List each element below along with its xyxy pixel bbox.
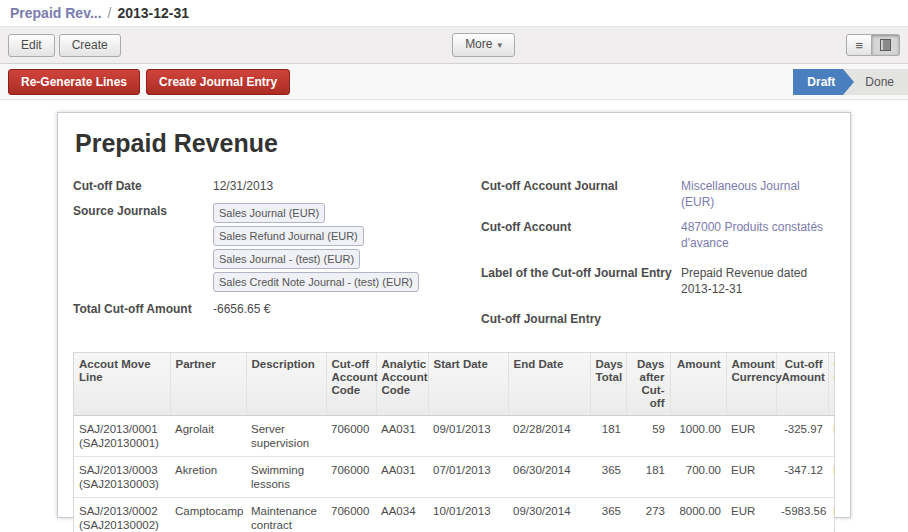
journal-tag: Sales Journal (EUR): [213, 203, 325, 223]
breadcrumb-parent-link[interactable]: Prepaid Rev...: [10, 5, 102, 21]
table-row[interactable]: SAJ/2013/0003 (SAJ20130003)AkretionSwimm…: [74, 457, 835, 498]
breadcrumb-separator: /: [108, 5, 112, 21]
table-row[interactable]: SAJ/2013/0002 (SAJ20130002)CamptocampMai…: [74, 498, 835, 532]
source-journals-label: Source Journals: [73, 203, 213, 292]
table-cell: -5983.56: [776, 498, 828, 532]
table-cell: 706000: [326, 457, 376, 498]
table-cell: 09/30/2014: [508, 498, 590, 532]
create-journal-entry-button[interactable]: Create Journal Entry: [146, 69, 290, 95]
table-cell: Camptocamp: [170, 498, 246, 532]
caret-down-icon: ▾: [497, 40, 502, 50]
table-cell: 700.00: [670, 457, 726, 498]
field-groups: Cut-off Date 12/31/2013 Source Journals …: [73, 178, 835, 336]
table-cell: EUR: [726, 457, 776, 498]
view-switcher: ≡: [846, 34, 900, 56]
table-cell: -325.97: [776, 416, 828, 457]
journal-entry-label-value: Prepaid Revenue dated 2013-12-31: [681, 265, 835, 297]
table-header-row: Accout Move LinePartnerDescriptionCut-of…: [74, 353, 835, 416]
column-header: Start Date: [428, 353, 508, 416]
regenerate-lines-button[interactable]: Re-Generate Lines: [8, 69, 140, 95]
column-header: Days Total: [590, 353, 626, 416]
page-title: Prepaid Revenue: [75, 129, 833, 158]
cutoff-account-label: Cut-off Account: [481, 219, 681, 251]
cutoff-account-journal-link[interactable]: Miscellaneous Journal (EUR): [681, 178, 835, 210]
table-cell: EUR: [726, 416, 776, 457]
table-cell: 181: [590, 416, 626, 457]
table-cell: 1000.00: [670, 416, 726, 457]
table-cell: SAJ/2013/0001 (SAJ20130001): [74, 416, 170, 457]
field-journal-entry-label: Label of the Cut-off Journal Entry Prepa…: [481, 265, 835, 297]
table-cell: -347.12: [776, 457, 828, 498]
table-cell: 07/01/2013: [428, 457, 508, 498]
form-view-button[interactable]: [872, 34, 900, 56]
more-button-label: More: [465, 37, 492, 51]
table-cell: Server supervision: [246, 416, 326, 457]
total-cutoff-amount-label: Total Cut-off Amount: [73, 301, 213, 317]
journal-tag: Sales Refund Journal (EUR): [213, 226, 364, 246]
page: Prepaid Rev... / 2013-12-31 Edit Create …: [0, 0, 908, 518]
create-button[interactable]: Create: [59, 34, 121, 57]
table-body: SAJ/2013/0001 (SAJ20130001)AgrolaitServe…: [74, 416, 835, 532]
table-cell: Maintenance contract: [246, 498, 326, 532]
table-cell: 706000: [326, 416, 376, 457]
table-cell: Agrolait: [170, 416, 246, 457]
column-header: Partner: [170, 353, 246, 416]
column-header: Cut-off Amount: [776, 353, 828, 416]
table-cell: AA031: [376, 457, 428, 498]
table-cell: SAJ/2013/0003 (SAJ20130003): [74, 457, 170, 498]
cutoff-account-link[interactable]: 487000 Produits constatés d'avance: [681, 219, 835, 251]
table-row[interactable]: SAJ/2013/0001 (SAJ20130001)AgrolaitServe…: [74, 416, 835, 457]
list-icon: ≡: [855, 40, 863, 51]
list-view-button[interactable]: ≡: [846, 34, 872, 56]
table-cell: 181: [626, 457, 670, 498]
table-cell: 06/30/2014: [508, 457, 590, 498]
total-cutoff-amount-value: -6656.65 €: [213, 301, 270, 317]
table-cell: AA034: [376, 498, 428, 532]
form-icon: [880, 39, 891, 51]
column-header: Amount: [670, 353, 726, 416]
form-sheet: Prepaid Revenue Cut-off Date 12/31/2013 …: [57, 112, 851, 518]
table-cell: 365: [590, 498, 626, 532]
column-header: End Date: [508, 353, 590, 416]
journal-tag: Sales Credit Note Journal - (test) (EUR): [213, 272, 419, 292]
cutoff-date-label: Cut-off Date: [73, 178, 213, 194]
table-cell: EUR: [828, 416, 835, 457]
field-cutoff-date: Cut-off Date 12/31/2013: [73, 178, 481, 194]
table-cell: EUR: [726, 498, 776, 532]
column-header: Accout Move Line: [74, 353, 170, 416]
table-cell: 10/01/2013: [428, 498, 508, 532]
journal-tag: Sales Journal - (test) (EUR): [213, 249, 360, 269]
table-cell: 8000.00: [670, 498, 726, 532]
control-toolbar: Edit Create More▾ ≡: [0, 26, 908, 64]
table-cell: Swimming lessons: [246, 457, 326, 498]
cutoff-account-journal-label: Cut-off Account Journal: [481, 178, 681, 210]
cutoff-date-value: 12/31/2013: [213, 178, 273, 194]
column-header: Company Currency: [828, 353, 835, 416]
edit-create-group: Edit Create: [8, 34, 121, 57]
left-field-group: Cut-off Date 12/31/2013 Source Journals …: [73, 178, 481, 336]
breadcrumb-current: 2013-12-31: [117, 5, 189, 21]
right-field-group: Cut-off Account Journal Miscellaneous Jo…: [481, 178, 835, 336]
status-bar: Draft Done: [793, 69, 908, 95]
cutoff-lines-table: Accout Move LinePartnerDescriptionCut-of…: [74, 353, 835, 532]
table-cell: EUR: [828, 457, 835, 498]
more-button[interactable]: More▾: [452, 33, 515, 57]
table-cell: 59: [626, 416, 670, 457]
column-header: Amount Currency: [726, 353, 776, 416]
status-draft: Draft: [793, 69, 843, 95]
table-cell: Akretion: [170, 457, 246, 498]
edit-button[interactable]: Edit: [8, 34, 55, 57]
source-journals-tags: Sales Journal (EUR)Sales Refund Journal …: [213, 203, 471, 292]
field-source-journals: Source Journals Sales Journal (EUR)Sales…: [73, 203, 481, 292]
table-cell: 365: [590, 457, 626, 498]
journal-entry-label-label: Label of the Cut-off Journal Entry: [481, 265, 681, 297]
field-cutoff-account: Cut-off Account 487000 Produits constaté…: [481, 219, 835, 251]
column-header: Analytic Account Code: [376, 353, 428, 416]
form-content: Prepaid Revenue Cut-off Date 12/31/2013 …: [0, 100, 908, 518]
column-header: Cut-off Account Code: [326, 353, 376, 416]
table-cell: 273: [626, 498, 670, 532]
field-cutoff-journal-entry: Cut-off Journal Entry: [481, 311, 835, 327]
cutoff-lines-table-wrap: Accout Move LinePartnerDescriptionCut-of…: [73, 352, 835, 532]
table-cell: AA031: [376, 416, 428, 457]
column-header: Days after Cut-off: [626, 353, 670, 416]
